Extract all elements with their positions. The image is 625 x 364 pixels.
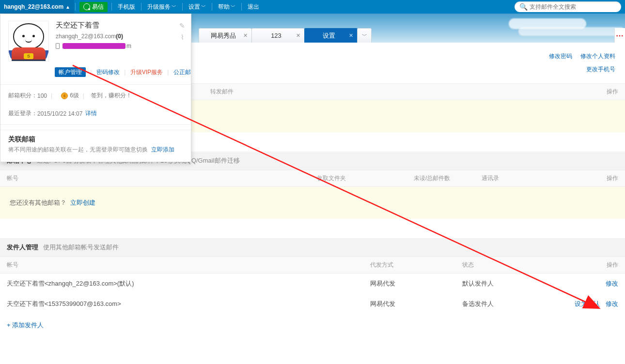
logout-link[interactable]: 退出	[243, 0, 264, 14]
chevron-down-icon: ﹀	[362, 32, 367, 39]
chevron-down-icon: ﹀	[172, 3, 176, 10]
yixin-icon	[83, 3, 90, 10]
chevron-down-icon: ﹀	[201, 3, 206, 10]
col-folder: 收取文件夹	[317, 174, 414, 182]
col-unread: 未读/总邮件数	[414, 174, 482, 182]
add-sender-link[interactable]: + 添加发件人	[0, 314, 625, 336]
search-input[interactable]	[530, 3, 616, 10]
col-contacts: 通讯录	[482, 174, 549, 182]
sender-account: 天空还下着雪<zhangqh_22@163.com>(默认)	[7, 279, 370, 288]
modify-link[interactable]: 修改	[606, 300, 618, 307]
top-bar: hangqh_22@163.com ▲ 易信 手机版 升级服务﹀ 设置﹀ 帮助﹀…	[0, 0, 625, 14]
link-icon[interactable]: ⌇	[179, 33, 185, 41]
col-forward: 转发邮件	[210, 88, 414, 96]
sender-method: 网易代发	[370, 300, 462, 308]
edit-icon[interactable]: ✎	[179, 22, 185, 30]
sender-subtitle: 使用其他邮箱帐号发送邮件	[43, 243, 119, 251]
tab-label: 网易秀品	[211, 31, 236, 40]
sender-status: 备选发件人	[462, 300, 571, 308]
login-detail-link[interactable]: 详情	[85, 109, 97, 118]
last-login-row: 最近登录： 2015/10/22 14:07 详情	[0, 105, 191, 122]
account-nickname: 天空还下着雪	[56, 21, 183, 30]
sender-row: 天空还下着雪<15375399007@163.com> 网易代发 备选发件人 设…	[0, 294, 625, 314]
settings-link[interactable]: 设置﹀	[184, 0, 211, 14]
pop-table-header: 帐号 收取文件夹 未读/总邮件数 通讯录 操作	[0, 170, 625, 187]
account-email-dropdown[interactable]: hangqh_22@163.com ▲	[0, 0, 74, 14]
col-status: 状态	[462, 261, 540, 269]
col-action: 操作	[540, 261, 618, 269]
tab-settings[interactable]: 设置 ✕	[304, 28, 358, 43]
modify-link[interactable]: 修改	[606, 280, 618, 287]
account-quick-links: 帐户管理 | 密码修改 | 升级VIP服务 | 公正邮	[0, 66, 191, 82]
linked-title: 关联邮箱	[8, 135, 183, 144]
sender-row: 天空还下着雪<zhangqh_22@163.com>(默认) 网易代发 默认发件…	[0, 273, 625, 294]
account-dropdown-panel: S 天空还下着雪 zhangqh_22@163.com(0) m ✎ ⌇ 帐户管…	[0, 14, 191, 162]
sender-section-header: 发件人管理 使用其他邮箱帐号发送邮件	[0, 238, 625, 257]
mobile-link[interactable]: 手机版	[113, 0, 140, 14]
sender-account: 天空还下着雪<15375399007@163.com>	[7, 300, 370, 308]
sender-status: 默认发件人	[462, 279, 602, 288]
change-profile-link[interactable]: 修改个人资料	[580, 53, 615, 60]
avatar[interactable]: S	[8, 21, 49, 61]
tab-more[interactable]: ﹀	[357, 28, 372, 43]
col-account: 帐号	[7, 261, 370, 269]
account-email-line: zhangqh_22@163.com(0)	[56, 33, 183, 40]
col-action: 操作	[549, 174, 618, 182]
col-action: 操作	[414, 88, 618, 96]
create-now-link[interactable]: 立即创建	[70, 199, 95, 206]
chevron-down-icon: ﹀	[231, 3, 235, 10]
change-password-link[interactable]: 修改密码	[549, 53, 572, 60]
linked-subtitle: 将不同用途的邮箱关联在一起，无需登录即可随意切换 立即添加	[8, 146, 183, 154]
upgrade-link[interactable]: 升级服务﹀	[142, 0, 181, 14]
col-account: 帐号	[7, 174, 317, 182]
change-phone-link[interactable]: 更改手机号	[586, 66, 615, 73]
tab-label: 设置	[323, 31, 335, 40]
close-icon[interactable]: ✕	[243, 32, 248, 39]
yixin-label: 易信	[92, 3, 104, 11]
cloud-decoration	[518, 27, 625, 36]
more-actions-button[interactable]: ⋯	[614, 28, 625, 43]
coin-icon: ¢	[61, 92, 68, 99]
col-method: 代发方式	[370, 261, 462, 269]
set-default-link[interactable]: 设为默认	[575, 300, 600, 307]
close-icon[interactable]: ✕	[349, 32, 353, 39]
search-box[interactable]: 🔍	[515, 1, 621, 12]
signin-link[interactable]: 签到，赚积分！	[91, 91, 132, 100]
bound-phone: m	[56, 43, 183, 49]
help-link[interactable]: 帮助﹀	[213, 0, 240, 14]
sender-title: 发件人管理	[7, 243, 38, 251]
tab-strip: 网易秀品 ✕ 123 ✕ 设置 ✕ ﹀	[199, 28, 371, 43]
sender-table-header: 帐号 代发方式 状态 操作	[0, 257, 625, 273]
tab-123[interactable]: 123 ✕	[251, 28, 305, 43]
points-row: 邮箱积分： 100 | ¢ 6级 | 签到，赚积分！	[0, 87, 191, 105]
add-linked-mailbox-link[interactable]: 立即添加	[151, 146, 174, 153]
close-icon[interactable]: ✕	[296, 32, 300, 39]
chevron-up-icon: ▲	[65, 4, 70, 10]
search-icon: 🔍	[519, 3, 528, 11]
sender-method: 网易代发	[370, 279, 462, 288]
upgrade-vip-link[interactable]: 升级VIP服务	[130, 69, 163, 76]
account-manage-button[interactable]: 帐户管理	[55, 67, 86, 77]
tab-label: 123	[271, 32, 281, 39]
linked-mailbox-section: 关联邮箱 将不同用途的邮箱关联在一起，无需登录即可随意切换 立即添加	[0, 130, 191, 155]
tab-xiupin[interactable]: 网易秀品 ✕	[199, 28, 252, 43]
redacted-text	[62, 43, 125, 49]
yixin-button[interactable]: 易信	[79, 2, 108, 12]
account-email: hangqh_22@163.com	[4, 3, 63, 10]
notary-mail-link[interactable]: 公正邮	[173, 69, 191, 76]
change-password-link[interactable]: 密码修改	[96, 69, 120, 76]
phone-icon	[56, 43, 60, 49]
pop-empty-state: 您还没有其他邮箱？ 立即创建	[0, 187, 625, 219]
